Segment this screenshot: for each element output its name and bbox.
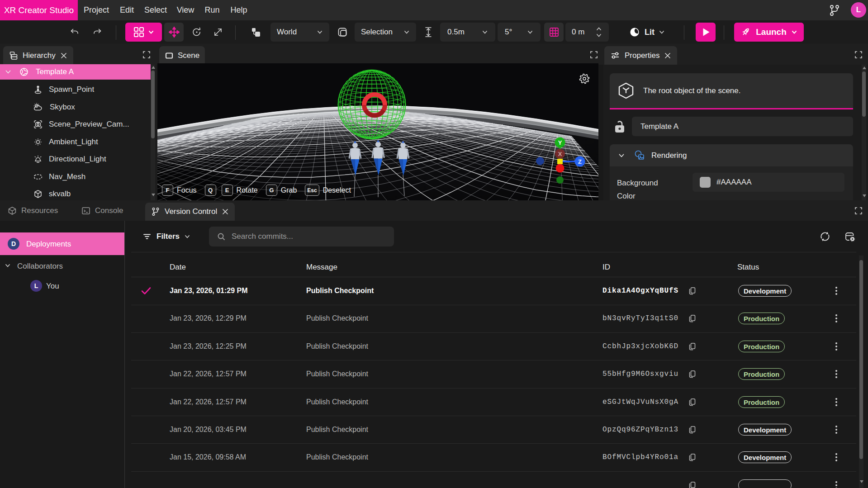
svg-text:Z: Z xyxy=(578,158,582,165)
svg-text:X: X xyxy=(558,151,562,157)
svg-text:Y: Y xyxy=(558,139,562,146)
